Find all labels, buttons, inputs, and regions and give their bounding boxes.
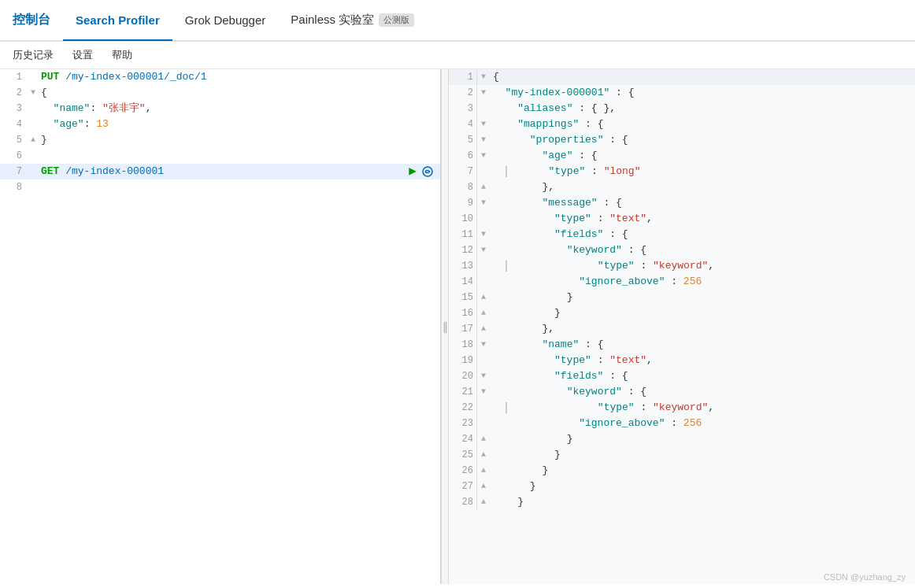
nav-item-painless-lab[interactable]: Painless 实验室 公测版 <box>278 0 427 41</box>
editor-line-8: 8 <box>0 179 440 195</box>
output-line-26: 26 ▲ } <box>449 463 915 479</box>
output-line-7: 7 "type" : "long" <box>449 164 915 179</box>
svg-point-0 <box>423 167 432 176</box>
output-line-12: 12 ▼ "keyword" : { <box>449 242 915 258</box>
editor-line-3: 3 "name": "张非宇", <box>0 101 440 116</box>
output-line-16: 16 ▲ } <box>449 305 915 321</box>
output-line-1: 1 ▼ { <box>449 69 915 85</box>
output-line-28: 28 ▲ } <box>449 494 915 510</box>
nav-item-grok-debugger[interactable]: Grok Debugger <box>172 0 279 41</box>
output-line-2: 2 ▼ "my-index-000001" : { <box>449 85 915 101</box>
top-navigation: 控制台 Search Profiler Grok Debugger Painle… <box>0 0 915 42</box>
output-line-3: 3 "aliases" : { }, <box>449 101 915 116</box>
output-line-9: 9 ▼ "message" : { <box>449 195 915 211</box>
watermark: CSDN @yuzhang_zy <box>824 572 906 582</box>
output-line-15: 15 ▲ } <box>449 290 915 305</box>
output-line-21: 21 ▼ "keyword" : { <box>449 384 915 400</box>
output-line-5: 5 ▼ "properties" : { <box>449 132 915 148</box>
sub-nav-history[interactable]: 历史记录 <box>13 48 54 62</box>
sub-nav-settings[interactable]: 设置 <box>72 48 93 62</box>
output-line-25: 25 ▲ } <box>449 447 915 463</box>
editor-line-1: 1 PUT /my-index-000001/_doc/1 <box>0 69 440 85</box>
editor-line-6: 6 <box>0 148 440 164</box>
panel-divider[interactable]: ‖ <box>441 69 449 584</box>
output-line-18: 18 ▼ "name" : { <box>449 337 915 353</box>
editor-line-4: 4 "age": 13 <box>0 116 440 132</box>
output-line-23: 23 "ignore_above" : 256 <box>449 416 915 431</box>
output-line-20: 20 ▼ "fields" : { <box>449 368 915 384</box>
output-line-6: 6 ▼ "age" : { <box>449 148 915 164</box>
output-line-19: 19 "type" : "text", <box>449 353 915 368</box>
output-line-11: 11 ▼ "fields" : { <box>449 227 915 242</box>
output-line-27: 27 ▲ } <box>449 479 915 494</box>
output-line-14: 14 "ignore_above" : 256 <box>449 274 915 290</box>
editor-line-2: 2 ▼ { <box>0 85 440 101</box>
output-line-22: 22 "type" : "keyword", <box>449 400 915 416</box>
output-line-4: 4 ▼ "mappings" : { <box>449 116 915 132</box>
output-line-17: 17 ▲ }, <box>449 321 915 337</box>
code-editor[interactable]: 1 PUT /my-index-000001/_doc/1 2 ▼ { 3 "n… <box>0 69 440 584</box>
output-panel[interactable]: 1 ▼ { 2 ▼ "my-index-000001" : { 3 "alias… <box>449 69 915 584</box>
output-line-13: 13 "type" : "keyword", <box>449 258 915 274</box>
run-button[interactable]: ▶ <box>409 164 417 179</box>
line-7-actions: ▶ <box>409 164 440 179</box>
copy-as-curl-button[interactable] <box>421 165 434 178</box>
output-line-10: 10 "type" : "text", <box>449 211 915 227</box>
main-content: 1 PUT /my-index-000001/_doc/1 2 ▼ { 3 "n… <box>0 69 915 584</box>
editor-line-7: 7 GET /my-index-000001 ▶ <box>0 164 440 179</box>
editor-panel: 1 PUT /my-index-000001/_doc/1 2 ▼ { 3 "n… <box>0 69 441 584</box>
sub-navigation: 历史记录 设置 帮助 <box>0 42 915 69</box>
sub-nav-help[interactable]: 帮助 <box>112 48 132 62</box>
editor-line-5: 5 ▲ } <box>0 132 440 148</box>
nav-item-console[interactable]: 控制台 <box>13 0 63 41</box>
output-line-8: 8 ▲ }, <box>449 179 915 195</box>
beta-badge: 公测版 <box>379 13 414 27</box>
output-line-24: 24 ▲ } <box>449 431 915 447</box>
nav-item-search-profiler[interactable]: Search Profiler <box>63 0 172 41</box>
